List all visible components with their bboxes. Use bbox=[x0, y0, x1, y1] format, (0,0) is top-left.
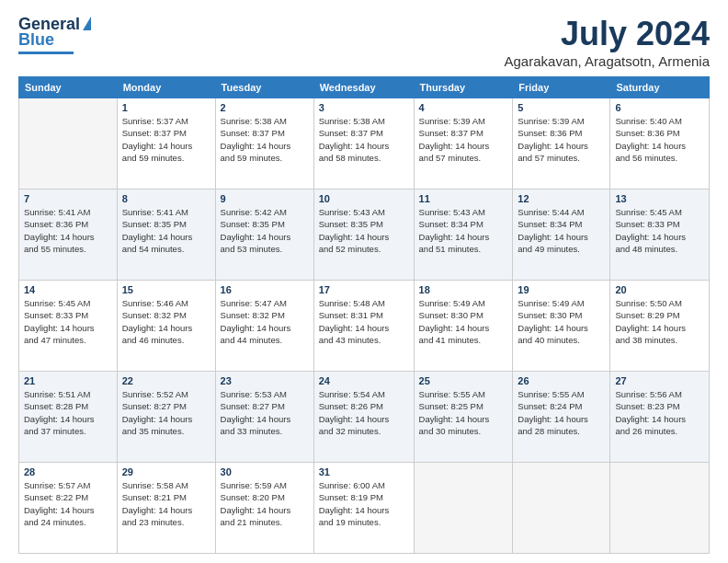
day-number: 22 bbox=[122, 375, 210, 386]
day-info: Sunrise: 5:39 AM Sunset: 8:36 PM Dayligh… bbox=[518, 115, 605, 164]
day-number: 5 bbox=[518, 102, 605, 113]
day-number: 2 bbox=[221, 102, 309, 113]
day-info: Sunrise: 5:52 AM Sunset: 8:27 PM Dayligh… bbox=[122, 388, 210, 437]
table-row: 22Sunrise: 5:52 AM Sunset: 8:27 PM Dayli… bbox=[117, 372, 215, 463]
calendar-table: Sunday Monday Tuesday Wednesday Thursday… bbox=[18, 76, 710, 554]
day-info: Sunrise: 5:42 AM Sunset: 8:35 PM Dayligh… bbox=[221, 206, 309, 255]
table-row bbox=[513, 463, 610, 554]
table-row: 3Sunrise: 5:38 AM Sunset: 8:37 PM Daylig… bbox=[313, 98, 414, 190]
table-row: 7Sunrise: 5:41 AM Sunset: 8:36 PM Daylig… bbox=[19, 190, 118, 281]
day-number: 28 bbox=[24, 466, 112, 477]
day-info: Sunrise: 5:41 AM Sunset: 8:36 PM Dayligh… bbox=[24, 206, 112, 255]
col-saturday: Saturday bbox=[610, 77, 710, 98]
day-info: Sunrise: 5:39 AM Sunset: 8:37 PM Dayligh… bbox=[419, 115, 508, 164]
day-number: 15 bbox=[122, 284, 210, 295]
day-info: Sunrise: 5:45 AM Sunset: 8:33 PM Dayligh… bbox=[24, 297, 112, 346]
day-number: 27 bbox=[615, 375, 704, 386]
table-row: 31Sunrise: 6:00 AM Sunset: 8:19 PM Dayli… bbox=[313, 463, 414, 554]
day-number: 3 bbox=[319, 102, 409, 113]
calendar-week-row: 28Sunrise: 5:57 AM Sunset: 8:22 PM Dayli… bbox=[19, 463, 710, 554]
day-info: Sunrise: 5:53 AM Sunset: 8:27 PM Dayligh… bbox=[221, 388, 309, 437]
col-thursday: Thursday bbox=[414, 77, 513, 98]
table-row: 9Sunrise: 5:42 AM Sunset: 8:35 PM Daylig… bbox=[215, 190, 313, 281]
day-number: 9 bbox=[221, 193, 309, 204]
day-number: 20 bbox=[615, 284, 704, 295]
title-area: July 2024 Agarakavan, Aragatsotn, Armeni… bbox=[505, 15, 710, 69]
table-row: 8Sunrise: 5:41 AM Sunset: 8:35 PM Daylig… bbox=[117, 190, 215, 281]
day-info: Sunrise: 5:59 AM Sunset: 8:20 PM Dayligh… bbox=[221, 479, 309, 528]
logo-blue-text: Blue bbox=[18, 30, 54, 50]
col-friday: Friday bbox=[513, 77, 610, 98]
day-info: Sunrise: 5:43 AM Sunset: 8:35 PM Dayligh… bbox=[319, 206, 409, 255]
table-row: 16Sunrise: 5:47 AM Sunset: 8:32 PM Dayli… bbox=[215, 281, 313, 372]
col-sunday: Sunday bbox=[19, 77, 118, 98]
day-info: Sunrise: 5:40 AM Sunset: 8:36 PM Dayligh… bbox=[615, 115, 704, 164]
calendar-week-row: 1Sunrise: 5:37 AM Sunset: 8:37 PM Daylig… bbox=[19, 98, 710, 190]
day-number: 21 bbox=[24, 375, 112, 386]
table-row: 18Sunrise: 5:49 AM Sunset: 8:30 PM Dayli… bbox=[414, 281, 513, 372]
day-info: Sunrise: 5:38 AM Sunset: 8:37 PM Dayligh… bbox=[221, 115, 309, 164]
table-row: 23Sunrise: 5:53 AM Sunset: 8:27 PM Dayli… bbox=[215, 372, 313, 463]
table-row: 21Sunrise: 5:51 AM Sunset: 8:28 PM Dayli… bbox=[19, 372, 118, 463]
day-number: 16 bbox=[221, 284, 309, 295]
table-row: 10Sunrise: 5:43 AM Sunset: 8:35 PM Dayli… bbox=[313, 190, 414, 281]
day-number: 1 bbox=[122, 102, 210, 113]
calendar-header-row: Sunday Monday Tuesday Wednesday Thursday… bbox=[19, 77, 710, 98]
day-info: Sunrise: 5:51 AM Sunset: 8:28 PM Dayligh… bbox=[24, 388, 112, 437]
day-number: 8 bbox=[122, 193, 210, 204]
day-number: 13 bbox=[615, 193, 704, 204]
calendar-week-row: 14Sunrise: 5:45 AM Sunset: 8:33 PM Dayli… bbox=[19, 281, 710, 372]
table-row: 1Sunrise: 5:37 AM Sunset: 8:37 PM Daylig… bbox=[117, 98, 215, 190]
table-row: 20Sunrise: 5:50 AM Sunset: 8:29 PM Dayli… bbox=[610, 281, 710, 372]
table-row: 11Sunrise: 5:43 AM Sunset: 8:34 PM Dayli… bbox=[414, 190, 513, 281]
table-row: 5Sunrise: 5:39 AM Sunset: 8:36 PM Daylig… bbox=[513, 98, 610, 190]
logo-underline bbox=[18, 52, 74, 54]
day-info: Sunrise: 5:47 AM Sunset: 8:32 PM Dayligh… bbox=[221, 297, 309, 346]
day-number: 10 bbox=[319, 193, 409, 204]
table-row: 4Sunrise: 5:39 AM Sunset: 8:37 PM Daylig… bbox=[414, 98, 513, 190]
day-info: Sunrise: 5:57 AM Sunset: 8:22 PM Dayligh… bbox=[24, 479, 112, 528]
day-info: Sunrise: 5:50 AM Sunset: 8:29 PM Dayligh… bbox=[615, 297, 704, 346]
day-info: Sunrise: 5:44 AM Sunset: 8:34 PM Dayligh… bbox=[518, 206, 605, 255]
day-info: Sunrise: 5:37 AM Sunset: 8:37 PM Dayligh… bbox=[122, 115, 210, 164]
table-row: 17Sunrise: 5:48 AM Sunset: 8:31 PM Dayli… bbox=[313, 281, 414, 372]
table-row: 27Sunrise: 5:56 AM Sunset: 8:23 PM Dayli… bbox=[610, 372, 710, 463]
table-row bbox=[19, 98, 118, 190]
table-row: 12Sunrise: 5:44 AM Sunset: 8:34 PM Dayli… bbox=[513, 190, 610, 281]
day-info: Sunrise: 5:54 AM Sunset: 8:26 PM Dayligh… bbox=[319, 388, 409, 437]
day-info: Sunrise: 5:49 AM Sunset: 8:30 PM Dayligh… bbox=[419, 297, 508, 346]
day-number: 4 bbox=[419, 102, 508, 113]
table-row: 15Sunrise: 5:46 AM Sunset: 8:32 PM Dayli… bbox=[117, 281, 215, 372]
day-number: 19 bbox=[518, 284, 605, 295]
table-row bbox=[414, 463, 513, 554]
day-number: 24 bbox=[319, 375, 409, 386]
page: General Blue July 2024 Agarakavan, Araga… bbox=[0, 0, 728, 563]
day-number: 29 bbox=[122, 466, 210, 477]
logo: General Blue bbox=[18, 15, 91, 54]
day-info: Sunrise: 5:45 AM Sunset: 8:33 PM Dayligh… bbox=[615, 206, 704, 255]
day-info: Sunrise: 5:55 AM Sunset: 8:24 PM Dayligh… bbox=[518, 388, 605, 437]
day-info: Sunrise: 5:46 AM Sunset: 8:32 PM Dayligh… bbox=[122, 297, 210, 346]
day-number: 14 bbox=[24, 284, 112, 295]
col-tuesday: Tuesday bbox=[215, 77, 313, 98]
day-number: 17 bbox=[319, 284, 409, 295]
table-row: 19Sunrise: 5:49 AM Sunset: 8:30 PM Dayli… bbox=[513, 281, 610, 372]
day-info: Sunrise: 5:48 AM Sunset: 8:31 PM Dayligh… bbox=[319, 297, 409, 346]
day-info: Sunrise: 5:38 AM Sunset: 8:37 PM Dayligh… bbox=[319, 115, 409, 164]
subtitle: Agarakavan, Aragatsotn, Armenia bbox=[505, 53, 710, 69]
table-row bbox=[610, 463, 710, 554]
table-row: 30Sunrise: 5:59 AM Sunset: 8:20 PM Dayli… bbox=[215, 463, 313, 554]
table-row: 29Sunrise: 5:58 AM Sunset: 8:21 PM Dayli… bbox=[117, 463, 215, 554]
calendar-week-row: 21Sunrise: 5:51 AM Sunset: 8:28 PM Dayli… bbox=[19, 372, 710, 463]
table-row: 24Sunrise: 5:54 AM Sunset: 8:26 PM Dayli… bbox=[313, 372, 414, 463]
main-title: July 2024 bbox=[505, 15, 710, 53]
logo-triangle-icon bbox=[83, 17, 91, 30]
day-number: 6 bbox=[615, 102, 704, 113]
day-info: Sunrise: 5:58 AM Sunset: 8:21 PM Dayligh… bbox=[122, 479, 210, 528]
header: General Blue July 2024 Agarakavan, Araga… bbox=[18, 15, 710, 69]
col-monday: Monday bbox=[117, 77, 215, 98]
day-info: Sunrise: 5:43 AM Sunset: 8:34 PM Dayligh… bbox=[419, 206, 508, 255]
day-number: 23 bbox=[221, 375, 309, 386]
table-row: 6Sunrise: 5:40 AM Sunset: 8:36 PM Daylig… bbox=[610, 98, 710, 190]
day-info: Sunrise: 6:00 AM Sunset: 8:19 PM Dayligh… bbox=[319, 479, 409, 528]
